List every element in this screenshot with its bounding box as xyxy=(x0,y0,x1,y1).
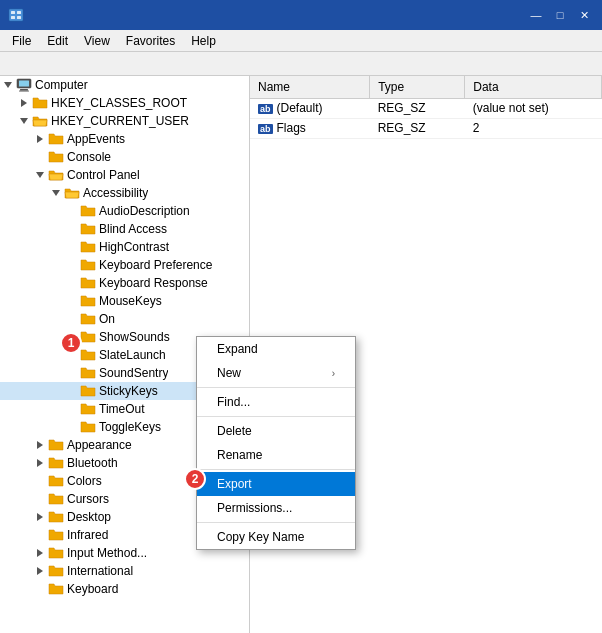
cell-data: 2 xyxy=(465,118,602,138)
tree-label-international: International xyxy=(67,564,133,578)
tree-arrow-keyboardresp xyxy=(64,275,80,291)
menu-item-edit[interactable]: Edit xyxy=(39,32,76,50)
ctx-item-delete[interactable]: Delete xyxy=(197,419,355,443)
folder-icon-slatlaunch xyxy=(80,347,96,363)
folder-icon-hkcu xyxy=(32,113,48,129)
tree-item-console[interactable]: Console xyxy=(0,148,249,166)
tree-label-appearance: Appearance xyxy=(67,438,132,452)
tree-label-keyboardresp: Keyboard Response xyxy=(99,276,208,290)
title-bar: — □ ✕ xyxy=(0,0,602,30)
tree-item-keyboard[interactable]: Keyboard xyxy=(0,580,249,598)
main-content: ComputerHKEY_CLASSES_ROOTHKEY_CURRENT_US… xyxy=(0,76,602,633)
tree-arrow-inputmethod[interactable] xyxy=(32,545,48,561)
badge-1: 1 xyxy=(60,332,82,354)
ctx-item-export[interactable]: Export xyxy=(197,472,355,496)
tree-item-on[interactable]: On xyxy=(0,310,249,328)
ctx-label-expand: Expand xyxy=(217,342,258,356)
tree-item-appevents[interactable]: AppEvents xyxy=(0,130,249,148)
tree-label-keyboard: Keyboard xyxy=(67,582,118,596)
menu-bar: FileEditViewFavoritesHelp xyxy=(0,30,602,52)
tree-label-audiodesc: AudioDescription xyxy=(99,204,190,218)
tree-label-soundsentry: SoundSentry xyxy=(99,366,168,380)
tree-item-hkcu[interactable]: HKEY_CURRENT_USER xyxy=(0,112,249,130)
tree-arrow-appearance[interactable] xyxy=(32,437,48,453)
folder-icon-showsounds xyxy=(80,329,96,345)
tree-label-showsounds: ShowSounds xyxy=(99,330,170,344)
tree-arrow-accessibility[interactable] xyxy=(48,185,64,201)
table-row[interactable]: ab(Default)REG_SZ(value not set) xyxy=(250,98,602,118)
ctx-item-find[interactable]: Find... xyxy=(197,390,355,414)
menu-item-help[interactable]: Help xyxy=(183,32,224,50)
tree-label-computer: Computer xyxy=(35,78,88,92)
tree-label-timeout: TimeOut xyxy=(99,402,145,416)
ctx-label-delete: Delete xyxy=(217,424,252,438)
tree-arrow-desktop[interactable] xyxy=(32,509,48,525)
col-name: Name xyxy=(250,76,370,98)
tree-item-keyboardresp[interactable]: Keyboard Response xyxy=(0,274,249,292)
folder-icon-appearance xyxy=(48,437,64,453)
ctx-label-export: Export xyxy=(217,477,252,491)
folder-icon-mousekeys xyxy=(80,293,96,309)
tree-arrow-appevents[interactable] xyxy=(32,131,48,147)
maximize-button[interactable]: □ xyxy=(550,5,570,25)
tree-label-hkcu: HKEY_CURRENT_USER xyxy=(51,114,189,128)
tree-item-controlpanel[interactable]: Control Panel xyxy=(0,166,249,184)
tree-arrow-bluetooth[interactable] xyxy=(32,455,48,471)
svg-rect-9 xyxy=(19,91,29,92)
tree-arrow-hkcu[interactable] xyxy=(16,113,32,129)
table-row[interactable]: abFlagsREG_SZ2 xyxy=(250,118,602,138)
tree-item-highcontrast[interactable]: HighContrast xyxy=(0,238,249,256)
tree-item-computer[interactable]: Computer xyxy=(0,76,249,94)
svg-marker-10 xyxy=(21,99,27,107)
ctx-label-copykeyname: Copy Key Name xyxy=(217,530,304,544)
tree-item-blindaccess[interactable]: Blind Access xyxy=(0,220,249,238)
tree-item-audiodesc[interactable]: AudioDescription xyxy=(0,202,249,220)
folder-icon-timeout xyxy=(80,401,96,417)
tree-arrow-timeout xyxy=(64,401,80,417)
menu-item-view[interactable]: View xyxy=(76,32,118,50)
tree-item-keyboardpref[interactable]: Keyboard Preference xyxy=(0,256,249,274)
tree-label-bluetooth: Bluetooth xyxy=(67,456,118,470)
ctx-item-new[interactable]: New› xyxy=(197,361,355,385)
registry-table: Name Type Data ab(Default)REG_SZ(value n… xyxy=(250,76,602,139)
svg-marker-13 xyxy=(36,172,44,178)
tree-label-console: Console xyxy=(67,150,111,164)
folder-icon-blindaccess xyxy=(80,221,96,237)
tree-arrow-computer[interactable] xyxy=(0,77,16,93)
tree-arrow-international[interactable] xyxy=(32,563,48,579)
table-header-row: Name Type Data xyxy=(250,76,602,98)
ctx-item-permissions[interactable]: Permissions... xyxy=(197,496,355,520)
tree-label-desktop: Desktop xyxy=(67,510,111,524)
tree-arrow-hkcr[interactable] xyxy=(16,95,32,111)
close-button[interactable]: ✕ xyxy=(574,5,594,25)
tree-arrow-controlpanel[interactable] xyxy=(32,167,48,183)
cell-type: REG_SZ xyxy=(370,118,465,138)
cell-name: abFlags xyxy=(250,118,370,138)
ctx-item-expand[interactable]: Expand xyxy=(197,337,355,361)
minimize-button[interactable]: — xyxy=(526,5,546,25)
svg-rect-8 xyxy=(20,89,28,91)
tree-label-inputmethod: Input Method... xyxy=(67,546,147,560)
menu-item-file[interactable]: File xyxy=(4,32,39,50)
tree-label-hkcr: HKEY_CLASSES_ROOT xyxy=(51,96,187,110)
tree-label-appevents: AppEvents xyxy=(67,132,125,146)
menu-item-favorites[interactable]: Favorites xyxy=(118,32,183,50)
folder-icon-bluetooth xyxy=(48,455,64,471)
tree-label-colors: Colors xyxy=(67,474,102,488)
cell-type: REG_SZ xyxy=(370,98,465,118)
folder-icon-keyboardresp xyxy=(80,275,96,291)
tree-item-international[interactable]: International xyxy=(0,562,249,580)
ctx-label-rename: Rename xyxy=(217,448,262,462)
tree-arrow-mousekeys xyxy=(64,293,80,309)
tree-item-accessibility[interactable]: Accessibility xyxy=(0,184,249,202)
ctx-separator-sep4 xyxy=(197,522,355,523)
folder-icon-accessibility xyxy=(64,185,80,201)
tree-arrow-audiodesc xyxy=(64,203,80,219)
tree-item-mousekeys[interactable]: MouseKeys xyxy=(0,292,249,310)
col-type: Type xyxy=(370,76,465,98)
ctx-item-copykeyname[interactable]: Copy Key Name xyxy=(197,525,355,549)
tree-item-hkcr[interactable]: HKEY_CLASSES_ROOT xyxy=(0,94,249,112)
tree-label-keyboardpref: Keyboard Preference xyxy=(99,258,212,272)
ctx-item-rename[interactable]: Rename xyxy=(197,443,355,467)
folder-icon-keyboard xyxy=(48,581,64,597)
